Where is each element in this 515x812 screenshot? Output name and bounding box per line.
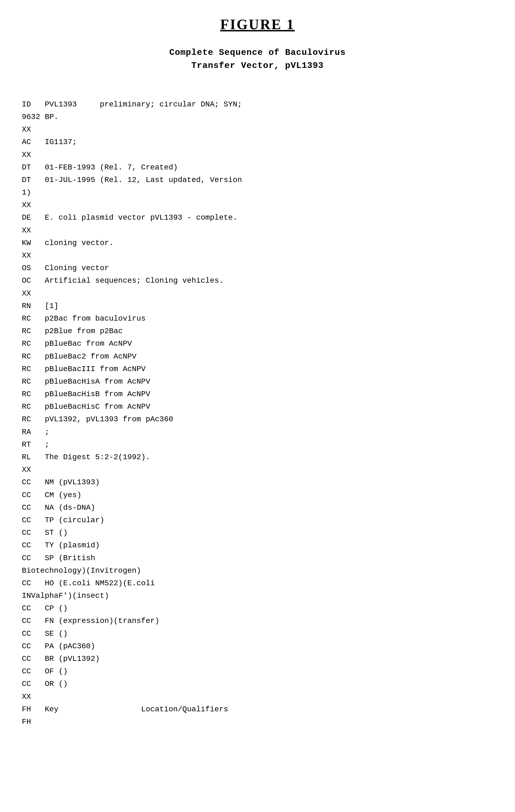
content-line: RT ;: [22, 438, 493, 451]
content-line: CC NA (ds-DNA): [22, 501, 493, 514]
content-line: XX: [22, 123, 493, 136]
content-line: XX: [22, 287, 493, 300]
content-line: XX: [22, 250, 493, 262]
figure-subtitle: Complete Sequence of Baculovirus Transfe…: [22, 46, 493, 72]
figure-title: FIGURE 1: [22, 17, 493, 32]
content-line: INValphaF')(insect): [22, 590, 493, 602]
content-line: RA ;: [22, 426, 493, 438]
content-line: KW cloning vector.: [22, 237, 493, 250]
content-line: RC pVL1392, pVL1393 from pAc360: [22, 413, 493, 426]
content-line: Biotechnology)(Invitrogen): [22, 564, 493, 577]
content-line: CC SP (British: [22, 552, 493, 564]
content-line: CC SE (): [22, 628, 493, 640]
content-line: DT 01-JUL-1995 (Rel. 12, Last updated, V…: [22, 174, 493, 186]
content-line: RC pBlueBac2 from AcNPV: [22, 350, 493, 363]
content-line: 9632 BP.: [22, 111, 493, 123]
subtitle-line2: Transfer Vector, pVL1393: [22, 59, 493, 72]
content-line: FH Key Location/Qualifiers: [22, 703, 493, 716]
subtitle-line1: Complete Sequence of Baculovirus: [22, 46, 493, 59]
content-line: CC NM (pVL1393): [22, 476, 493, 489]
content-line: OS Cloning vector: [22, 262, 493, 274]
content-line: RN [1]: [22, 300, 493, 312]
content-line: XX: [22, 224, 493, 237]
content-line: CC ST (): [22, 527, 493, 539]
content-line: RC pBlueBac from AcNPV: [22, 338, 493, 350]
content-line: CC OR (): [22, 678, 493, 690]
content-line: CC CP (): [22, 602, 493, 615]
content-line: XX: [22, 464, 493, 476]
content-line: CC OF (): [22, 665, 493, 678]
content-line: RC pBlueBacHisA from AcNPV: [22, 375, 493, 388]
content-line: RC p2Blue from p2Bac: [22, 325, 493, 338]
content-line: CC TP (circular): [22, 514, 493, 527]
content-line: XX: [22, 691, 493, 703]
content-line: XX: [22, 199, 493, 211]
content-line: RC p2Bac from baculovirus: [22, 312, 493, 325]
content-line: CC FN (expression)(transfer): [22, 615, 493, 627]
content-line: CC TY (plasmid): [22, 539, 493, 552]
content-line: CC CM (yes): [22, 489, 493, 501]
content-line: RC pBlueBacHisB from AcNPV: [22, 388, 493, 401]
content-line: RL The Digest 5:2-2(1992).: [22, 451, 493, 464]
content-line: FH: [22, 716, 493, 728]
content-line: XX: [22, 149, 493, 161]
content-line: AC IG1137;: [22, 136, 493, 148]
content-line: DE E. coli plasmid vector pVL1393 - comp…: [22, 211, 493, 224]
content-line: CC HO (E.coli NM522)(E.coli: [22, 577, 493, 590]
content-line: ID PVL1393 preliminary; circular DNA; SY…: [22, 98, 493, 111]
content-line: 1): [22, 186, 493, 199]
content-line: CC BR (pVL1392): [22, 652, 493, 665]
content-line: OC Artificial sequences; Cloning vehicle…: [22, 274, 493, 287]
content-line: RC pBlueBacHisC from AcNPV: [22, 401, 493, 413]
content-line: RC pBlueBacIII from AcNPV: [22, 363, 493, 375]
content-line: DT 01-FEB-1993 (Rel. 7, Created): [22, 161, 493, 174]
content-line: CC PA (pAC360): [22, 640, 493, 652]
sequence-content: ID PVL1393 preliminary; circular DNA; SY…: [22, 86, 493, 728]
